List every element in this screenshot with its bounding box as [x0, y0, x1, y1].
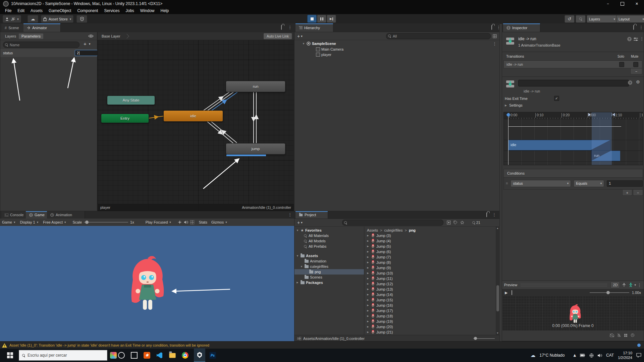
settings-foldout[interactable]: ▶ Settings [504, 103, 523, 107]
gizmos-dropdown[interactable]: Gizmos▾ [211, 220, 227, 224]
foldout-closed-icon[interactable]: ▶ [366, 272, 370, 275]
menu-item[interactable]: Assets [28, 8, 46, 13]
start-button[interactable] [3, 349, 17, 362]
preview-kebab-icon[interactable]: ⋮ [637, 283, 642, 287]
tab-animation[interactable]: Animation [47, 211, 85, 219]
game-viewport[interactable] [0, 226, 294, 341]
asset-row-jump[interactable]: ▶ Jump (13) [364, 287, 492, 292]
tab-project[interactable]: Project [296, 211, 328, 219]
foldout-closed-icon[interactable]: ▶ [366, 299, 370, 301]
hierarchy-kebab-icon[interactable]: ⋮ [496, 25, 501, 29]
condition-drag-handle[interactable]: = [506, 181, 508, 185]
foldout-closed-icon[interactable]: ▶ [366, 309, 370, 312]
photoshop-icon[interactable]: Ps [209, 351, 217, 359]
state-node-run[interactable]: run [226, 81, 285, 92]
asset-row-jump[interactable]: ▶ Jump (5) [364, 244, 492, 249]
add-parameter-chevron-icon[interactable]: ▾ [89, 42, 91, 46]
language-indicator[interactable]: CAT [606, 353, 614, 358]
menu-item[interactable]: Component [74, 8, 101, 13]
foldout-open-icon[interactable]: ▼ [302, 42, 305, 45]
game-kebab-icon[interactable]: ⋮ [288, 213, 292, 217]
asset-row-jump[interactable]: ▶ Jump (3) [364, 233, 492, 238]
slider-knob[interactable] [474, 337, 477, 340]
foldout-closed-icon[interactable]: ▶ [366, 261, 370, 264]
favorites-item[interactable]: All Models [294, 238, 364, 244]
asset-row-jump[interactable]: ▶ Jump (18) [364, 313, 492, 319]
favorites-item[interactable]: All Prefabs [294, 244, 364, 249]
has-exit-time-checkbox[interactable]: ✓ [554, 96, 559, 101]
volume-icon[interactable] [598, 354, 602, 357]
menu-item[interactable]: Edit [14, 8, 28, 13]
display-dropdown[interactable]: Display 1▾ [20, 220, 39, 224]
scroll-down-icon[interactable]: ▼ [496, 332, 499, 334]
asset-row-jump[interactable]: ▶ Jump (14) [364, 292, 492, 297]
remove-condition-button[interactable]: − [633, 190, 643, 196]
folder-scenes[interactable]: Scenes [294, 275, 364, 280]
favorites-item[interactable]: All Materials [294, 233, 364, 238]
avatar-chevron-icon[interactable]: ▾ [634, 283, 636, 287]
asset-row-jump[interactable]: ▶ Jump (19) [364, 319, 492, 324]
state-node-any-state[interactable]: Any State [107, 96, 155, 105]
project-add-chevron-icon[interactable]: ▾ [301, 221, 303, 224]
favorites-root[interactable]: ▼ ★ Favorites [294, 228, 364, 233]
project-add-button[interactable]: + [297, 220, 300, 225]
state-node-jump[interactable]: jump [226, 143, 285, 155]
undo-history-button[interactable]: ↺ [565, 15, 575, 23]
presets-icon[interactable] [634, 37, 638, 41]
folder-animation[interactable]: Animation [294, 258, 364, 264]
activity-grid-icon[interactable] [624, 334, 628, 337]
asset-row-jump[interactable]: ▶ Jump (8) [364, 260, 492, 265]
asset-row-jump[interactable]: ▶ Jump (4) [364, 238, 492, 244]
breadcrumb-png[interactable]: png [409, 228, 416, 232]
hierarchy-row-player[interactable]: player [294, 52, 499, 57]
foldout-closed-icon[interactable]: ▶ [366, 293, 370, 296]
parameter-value-field[interactable]: 2 [75, 50, 99, 56]
paint3d-app-icon[interactable] [109, 351, 117, 359]
menu-item[interactable]: Window [137, 8, 158, 13]
transition-timeline[interactable]: 0:000:100:201:001:101:2 idle run [503, 112, 643, 165]
hierarchy-row-main-camera[interactable]: Main Camera [294, 47, 499, 52]
foldout-closed-icon[interactable]: ▶ [366, 283, 370, 285]
foldout-closed-icon[interactable]: ▶ [366, 256, 370, 258]
timeline-playhead-line[interactable] [508, 116, 508, 165]
add-parameter-button[interactable]: + [84, 41, 87, 47]
breadcrumb-base-layer[interactable]: Base Layer [102, 34, 120, 38]
unity-version-badge-button[interactable] [76, 15, 87, 23]
help-icon[interactable]: ? [628, 80, 632, 85]
asset-row-jump[interactable]: ▶ Jump (11) [364, 276, 492, 281]
play-focused-dropdown[interactable]: Play Focused▾ [146, 220, 171, 224]
foldout-closed-icon[interactable]: ▶ [366, 331, 370, 334]
stats-button[interactable]: Stats [199, 220, 207, 224]
foldout-closed-icon[interactable]: ▶ [366, 245, 370, 248]
action-center-icon[interactable] [636, 353, 641, 358]
tab-scene[interactable]: # Scene [1, 23, 27, 32]
tab-animator[interactable]: Animator [23, 23, 61, 32]
packages-root[interactable]: ▶ Packages [294, 280, 364, 285]
pause-button[interactable] [317, 15, 326, 23]
menu-item[interactable]: File [2, 8, 14, 13]
search-everything-button[interactable] [576, 15, 586, 23]
eye-icon[interactable] [88, 34, 94, 38]
asset-row-jump[interactable]: ▶ Jump (6) [364, 249, 492, 254]
add-condition-button[interactable]: + [622, 190, 632, 196]
preview-play-button[interactable]: ▶ [505, 291, 507, 295]
inspector-lock-icon[interactable] [633, 25, 634, 30]
slider-knob[interactable] [85, 221, 89, 224]
mute-checkbox[interactable] [633, 62, 638, 67]
condition-value-field[interactable]: 1 [607, 180, 643, 187]
menu-item[interactable]: Jobs [122, 8, 137, 13]
remove-transition-button[interactable]: − [630, 68, 642, 74]
state-node-entry[interactable]: Entry [101, 114, 149, 123]
parameter-search-input[interactable]: Name [3, 42, 79, 48]
scrollbar-thumb[interactable] [496, 285, 499, 311]
hidden-count-icon[interactable] [472, 221, 475, 224]
condition-parameter-dropdown[interactable]: status ▾ [511, 180, 571, 187]
foldout-closed-icon[interactable]: ▶ [366, 325, 370, 328]
timeline-ruler[interactable]: 0:000:100:201:001:101:2 [504, 112, 643, 119]
preview-scrub-handle[interactable] [512, 290, 512, 295]
preview-header[interactable]: Preview 2D ▾ ⋮ [502, 281, 644, 289]
avatar-icon[interactable] [629, 283, 633, 287]
collab-cloud-icon[interactable] [609, 334, 614, 337]
hierarchy-lock-icon[interactable] [491, 25, 492, 30]
slider-knob[interactable] [606, 291, 610, 294]
